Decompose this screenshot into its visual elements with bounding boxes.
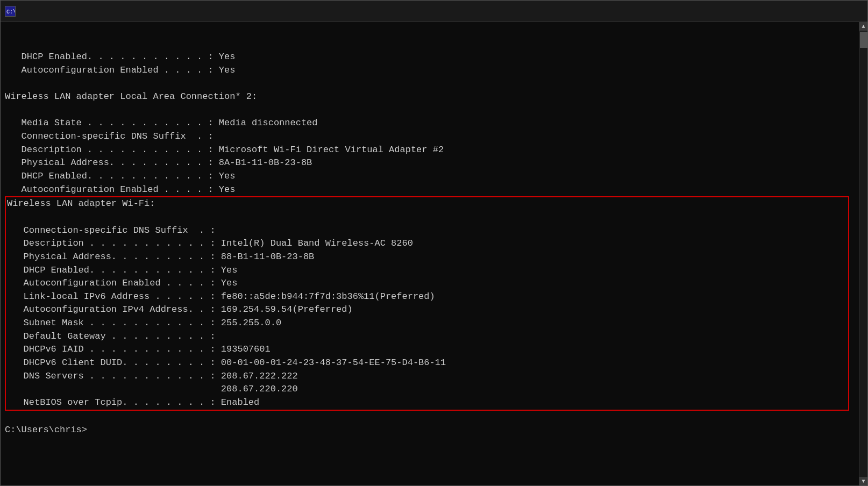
scrollbar-up-button[interactable]: ▲	[859, 22, 868, 31]
cmd-icon: C:\	[5, 6, 16, 17]
highlighted-terminal-line: DHCP Enabled. . . . . . . . . . . : Yes	[7, 264, 847, 277]
highlighted-terminal-line: Description . . . . . . . . . . . : Inte…	[7, 237, 847, 251]
wifi-adapter-header: Wireless LAN adapter Wi-Fi:	[7, 197, 847, 211]
scrollbar[interactable]: ▲ ▼	[859, 22, 867, 485]
title-bar: C:\	[1, 1, 867, 22]
terminal-line: Autoconfiguration Enabled . . . . : Yes	[5, 64, 855, 77]
command-prompt-window: C:\ DHCP Enabled. . . . . . . . . . . : …	[0, 0, 868, 486]
highlighted-terminal-line: Default Gateway . . . . . . . . . :	[7, 330, 847, 344]
title-bar-controls	[787, 3, 863, 20]
highlighted-wifi-section: Wireless LAN adapter Wi-Fi: Connection-s…	[5, 196, 849, 410]
terminal-output: DHCP Enabled. . . . . . . . . . . : Yes …	[5, 51, 855, 437]
highlighted-terminal-line: DNS Servers . . . . . . . . . . . : 208.…	[7, 370, 847, 383]
command-prompt-line: C:\Users\chris>	[5, 424, 855, 437]
terminal-line: Physical Address. . . . . . . . . : 8A-B…	[5, 156, 855, 170]
title-bar-left: C:\	[5, 6, 20, 17]
terminal-line: DHCP Enabled. . . . . . . . . . . : Yes	[5, 170, 855, 183]
highlighted-terminal-line: Connection-specific DNS Suffix . :	[7, 224, 847, 238]
highlighted-terminal-line	[7, 211, 847, 224]
close-button[interactable]	[838, 3, 863, 20]
highlighted-terminal-line: 208.67.220.220	[7, 383, 847, 396]
scrollbar-down-button[interactable]: ▼	[859, 477, 868, 485]
highlighted-terminal-line: Autoconfiguration Enabled . . . . : Yes	[7, 277, 847, 290]
terminal-line	[5, 104, 855, 117]
terminal-line: Autoconfiguration Enabled . . . . : Yes	[5, 183, 855, 197]
terminal-content[interactable]: DHCP Enabled. . . . . . . . . . . : Yes …	[1, 22, 859, 485]
minimize-button[interactable]	[787, 3, 812, 20]
terminal-line: Connection-specific DNS Suffix . :	[5, 130, 855, 144]
highlighted-terminal-line: NetBIOS over Tcpip. . . . . . . . : Enab…	[7, 396, 847, 410]
maximize-button[interactable]	[813, 3, 837, 20]
terminal-line: Wireless LAN adapter Local Area Connecti…	[5, 90, 855, 104]
terminal-line: DHCP Enabled. . . . . . . . . . . : Yes	[5, 51, 855, 64]
svg-text:C:\: C:\	[6, 9, 15, 15]
highlighted-terminal-line: Autoconfiguration IPv4 Address. . : 169.…	[7, 303, 847, 317]
highlighted-terminal-line: Subnet Mask . . . . . . . . . . . : 255.…	[7, 317, 847, 330]
highlighted-terminal-line: Link-local IPv6 Address . . . . . : fe80…	[7, 290, 847, 304]
terminal-line: Media State . . . . . . . . . . . : Medi…	[5, 117, 855, 130]
scrollbar-thumb[interactable]	[860, 32, 867, 48]
highlighted-terminal-line: Physical Address. . . . . . . . . : 88-B…	[7, 251, 847, 264]
highlighted-terminal-line: DHCPv6 IAID . . . . . . . . . . . : 1935…	[7, 343, 847, 356]
terminal-line	[5, 77, 855, 91]
highlighted-terminal-line: DHCPv6 Client DUID. . . . . . . . : 00-0…	[7, 356, 847, 370]
terminal-line: Description . . . . . . . . . . . : Micr…	[5, 144, 855, 157]
content-area: DHCP Enabled. . . . . . . . . . . : Yes …	[1, 22, 867, 485]
